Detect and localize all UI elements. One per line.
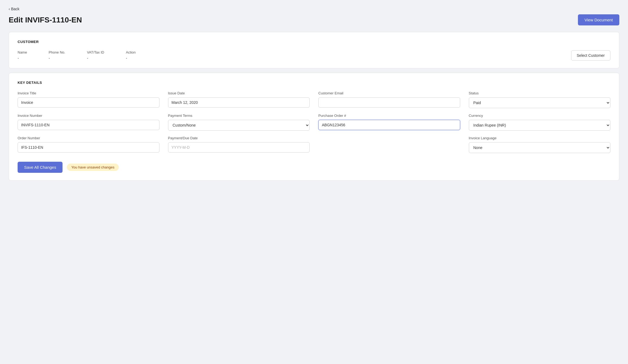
customer-name-label: Name [18,50,27,54]
back-label: Back [11,7,19,11]
currency-field: Currency Indian Rupee (INR) US Dollar (U… [469,114,611,131]
invoice-language-select[interactable]: None English French German Spanish [469,142,611,153]
select-customer-button[interactable]: Select Customer [571,50,610,61]
payment-due-label: Payment/Due Date [168,136,310,140]
customer-name-value: - [18,56,27,60]
invoice-title-label: Invoice Title [18,91,159,95]
back-link[interactable]: ‹ Back [9,7,19,11]
view-document-button[interactable]: View Document [578,14,619,25]
order-number-label: Order Number [18,136,159,140]
invoice-number-input[interactable] [18,120,159,130]
customer-email-label: Customer Email [318,91,460,95]
invoice-language-field: Invoice Language None English French Ger… [469,136,611,153]
purchase-order-field: Purchase Order # [318,114,460,131]
customer-phone-group: Phone No. - [49,50,65,60]
invoice-number-label: Invoice Number [18,114,159,118]
spacer-field [318,136,460,153]
key-details-section-title: KEY DETAILS [18,81,610,85]
customer-email-input[interactable] [318,97,460,108]
payment-terms-select[interactable]: Custom/None Net 15 Net 30 Net 60 [168,120,310,131]
invoice-title-field: Invoice Title [18,91,159,108]
customer-phone-value: - [49,56,65,60]
customer-vat-value: - [87,56,104,60]
save-all-changes-button[interactable]: Save All Changes [18,162,63,173]
status-label: Status [469,91,611,95]
purchase-order-label: Purchase Order # [318,114,460,118]
unsaved-changes-badge: You have unsaved changes [67,164,119,171]
footer-actions: Save All Changes You have unsaved change… [18,160,610,173]
customer-action-group: Action - [126,50,136,60]
customer-vat-group: VAT/Tax ID - [87,50,104,60]
issue-date-field: Issue Date [168,91,310,108]
back-chevron-icon: ‹ [9,7,10,11]
issue-date-label: Issue Date [168,91,310,95]
customer-action-label: Action [126,50,136,54]
customer-name-group: Name - [18,50,27,60]
page-title: Edit INVIFS-1110-EN [9,16,82,24]
page-header: Edit INVIFS-1110-EN View Document [9,14,619,25]
order-number-field: Order Number [18,136,159,153]
customer-vat-label: VAT/Tax ID [87,50,104,54]
issue-date-input[interactable] [168,97,310,108]
status-select[interactable]: Paid Unpaid Draft Cancelled [469,97,611,108]
customer-card: CUSTOMER Name - Phone No. - VAT/Tax ID -… [9,32,619,68]
order-number-input[interactable] [18,142,159,153]
payment-due-input[interactable] [168,142,310,153]
customer-email-field: Customer Email [318,91,460,108]
invoice-number-field: Invoice Number [18,114,159,131]
status-field: Status Paid Unpaid Draft Cancelled [469,91,611,108]
customer-fields: Name - Phone No. - VAT/Tax ID - Action - [18,50,558,60]
purchase-order-input[interactable] [318,120,460,130]
customer-phone-label: Phone No. [49,50,65,54]
key-details-card: KEY DETAILS Invoice Title Issue Date Cus… [9,73,619,181]
customer-grid: Name - Phone No. - VAT/Tax ID - Action -… [18,50,610,61]
currency-select[interactable]: Indian Rupee (INR) US Dollar (USD) Euro … [469,120,611,131]
payment-due-field: Payment/Due Date [168,136,310,153]
invoice-language-label: Invoice Language [469,136,611,140]
payment-terms-label: Payment Terms [168,114,310,118]
customer-action-value: - [126,56,136,60]
customer-section-title: CUSTOMER [18,40,610,44]
payment-terms-field: Payment Terms Custom/None Net 15 Net 30 … [168,114,310,131]
invoice-title-input[interactable] [18,97,159,108]
currency-label: Currency [469,114,611,118]
key-details-grid: Invoice Title Issue Date Customer Email … [18,91,610,153]
